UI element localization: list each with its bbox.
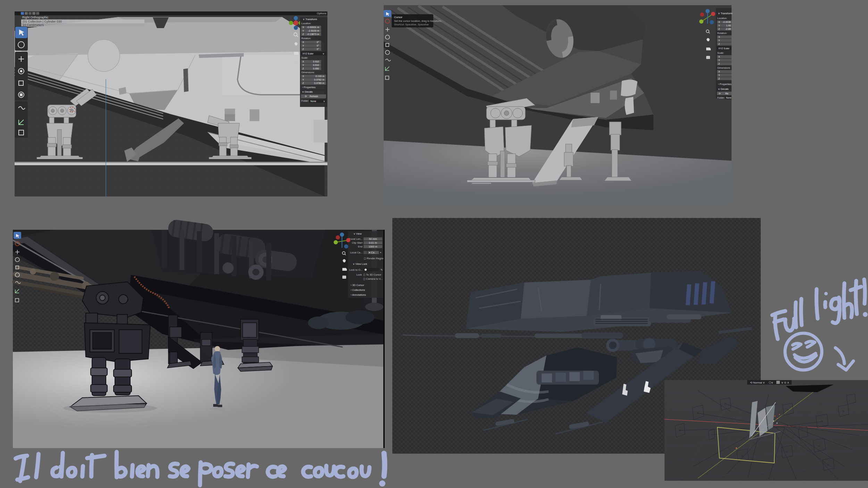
svg-text:Cursor: Cursor — [394, 16, 402, 19]
svg-text:› Properties: › Properties — [718, 83, 732, 86]
svg-text:∨ Decals: ∨ Decals — [302, 90, 313, 93]
svg-text:◻ To 3D Cursor: ◻ To 3D Cursor — [363, 273, 382, 276]
svg-text:Y: Y — [718, 24, 720, 27]
svg-text:∨: ∨ — [323, 100, 325, 102]
svg-text:X: X — [718, 21, 720, 23]
svg-text:Clip Start: Clip Start — [352, 241, 363, 244]
svg-text:Scale:: Scale: — [717, 52, 724, 54]
svg-text:Dimensions:: Dimensions: — [301, 71, 315, 74]
svg-text:1000 m: 1000 m — [368, 245, 377, 248]
svg-text:Y: Y — [302, 78, 304, 81]
svg-text:∨ ⊙ ∧: ∨ ⊙ ∧ — [781, 381, 789, 384]
svg-text:0°: 0° — [317, 48, 319, 50]
svg-text:◻ Camera to V...: ◻ Camera to V... — [363, 277, 383, 280]
svg-text:0°: 0° — [317, 44, 319, 47]
svg-text:10 Centimeters: 10 Centimeters — [23, 23, 44, 27]
svg-text:Z: Z — [718, 28, 720, 30]
svg-text:0.0789 m: 0.0789 m — [314, 82, 324, 84]
svg-text:50 mm: 50 mm — [369, 237, 377, 241]
svg-text:∨ Transform: ∨ Transform — [303, 18, 317, 21]
svg-text:Set the cursor location, drag: Set the cursor location, drag to transfo… — [394, 19, 442, 23]
svg-text:Location:: Location: — [301, 22, 311, 25]
svg-text:Options: Options — [317, 12, 326, 15]
svg-text:∨ View: ∨ View — [353, 232, 362, 235]
svg-text:×: × — [380, 251, 381, 254]
svg-text:-2.89: -2.89 — [725, 28, 731, 30]
svg-text:Local Ca...: Local Ca... — [350, 251, 362, 254]
svg-text:Z: Z — [718, 62, 720, 65]
svg-text:-0.00001 m: -0.00001 m — [307, 26, 319, 28]
svg-text:⟳: ⟳ — [305, 95, 307, 98]
svg-text:None: None — [310, 100, 316, 102]
svg-text:X: X — [302, 26, 304, 28]
svg-text:∨: ∨ — [323, 52, 324, 55]
svg-text:› Collections: › Collections — [351, 288, 365, 292]
svg-text:Rotation:: Rotation: — [717, 32, 727, 34]
svg-text:0.910: 0.910 — [313, 60, 319, 63]
svg-text:∨ Transform: ∨ Transform — [718, 12, 732, 15]
svg-text:Lock to O...: Lock to O... — [349, 268, 362, 271]
svg-text:X: X — [302, 60, 304, 63]
svg-text:Rotation:: Rotation: — [301, 37, 311, 40]
svg-text:∨ View Lock: ∨ View Lock — [353, 262, 367, 266]
svg-text:Z: Z — [302, 33, 304, 35]
svg-text:0.0762 m: 0.0762 m — [314, 78, 324, 81]
svg-text:Z: Z — [718, 43, 720, 45]
svg-text:Shortcut: Spacebar, Spacebar: Shortcut: Spacebar, Spacebar — [394, 23, 429, 26]
svg-text:0.950: 0.950 — [313, 67, 319, 70]
svg-text:Dimensions:: Dimensions: — [717, 67, 731, 69]
svg-text:Y: Y — [718, 39, 720, 42]
svg-text:◻ Render Region: ◻ Render Region — [364, 257, 384, 260]
svg-text:Scale:: Scale: — [301, 57, 308, 59]
svg-text:-0.13873 m: -0.13873 m — [307, 33, 319, 35]
svg-text:0°: 0° — [317, 41, 319, 43]
svg-text:Right Orthographic: Right Orthographic — [22, 16, 49, 19]
svg-text:Folder:: Folder: — [717, 96, 725, 99]
svg-text:None: None — [726, 96, 732, 99]
svg-text:› 3D Cursor: › 3D Cursor — [351, 284, 364, 287]
svg-text:Focal Len...: Focal Len... — [349, 237, 362, 241]
svg-text:X: X — [718, 36, 720, 38]
svg-text:XYZ Euler: XYZ Euler — [718, 47, 730, 50]
svg-text:-2.5103 m: -2.5103 m — [308, 30, 319, 32]
svg-text:Re: Re — [725, 92, 728, 95]
svg-text:(01 Collection | Cylinder 030: (01 Collection | Cylinder 030 — [23, 20, 62, 23]
svg-text:Y: Y — [718, 74, 720, 76]
svg-text:End: End — [358, 245, 362, 248]
svg-text:Z: Z — [302, 82, 304, 84]
svg-text:Folder:: Folder: — [301, 100, 309, 102]
svg-text:Y: Y — [718, 59, 720, 61]
svg-text:0.910: 0.910 — [313, 64, 319, 66]
svg-text:› Annotations: › Annotations — [351, 293, 366, 296]
svg-text:Lock: Lock — [356, 273, 362, 276]
svg-text:Z: Z — [718, 77, 720, 80]
svg-text:● Ca...: ● Ca... — [369, 251, 376, 254]
svg-text:Y: Y — [302, 64, 304, 66]
svg-text:XYZ Euler: XYZ Euler — [302, 52, 314, 55]
svg-text:0.193 m: 0.193 m — [316, 75, 324, 77]
svg-text:1.93: 1.93 — [726, 24, 731, 27]
svg-text:⬡∨: ⬡∨ — [769, 381, 773, 384]
svg-text:X: X — [302, 75, 304, 77]
svg-text:-0.0035: -0.0035 — [723, 21, 731, 23]
svg-text:X: X — [302, 41, 304, 43]
svg-text:Refresh: Refresh — [310, 95, 318, 98]
svg-text:› Properties: › Properties — [302, 86, 316, 89]
svg-text:Z: Z — [302, 48, 304, 50]
svg-text:∨ Decals: ∨ Decals — [718, 87, 729, 91]
svg-text:✎: ✎ — [381, 268, 383, 271]
svg-text:⟳: ⟳ — [719, 92, 721, 95]
svg-text:Z: Z — [302, 67, 304, 70]
svg-text:X: X — [718, 70, 720, 73]
svg-text:Y: Y — [302, 44, 304, 47]
svg-text:X: X — [718, 56, 720, 58]
svg-text:⟲ Normal ∨: ⟲ Normal ∨ — [750, 381, 765, 384]
svg-text:0.01 m: 0.01 m — [369, 241, 377, 244]
svg-text:Location:: Location: — [717, 17, 727, 19]
svg-text:Y: Y — [302, 30, 304, 32]
